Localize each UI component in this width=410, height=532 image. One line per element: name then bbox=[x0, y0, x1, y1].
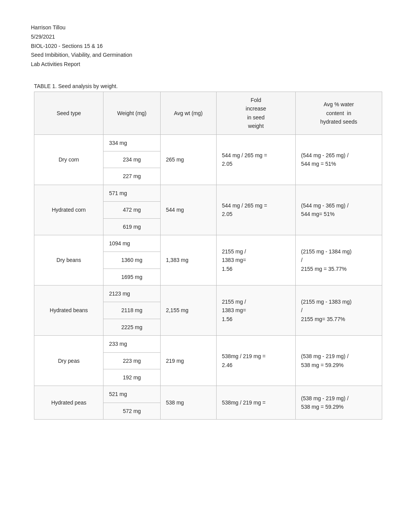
fold-cell: 2155 mg / 1383 mg= 1.56 bbox=[216, 286, 295, 336]
weight-cell: 619 mg bbox=[103, 218, 160, 235]
weight-cell: 521 mg bbox=[103, 386, 160, 403]
table-row: Dry peas233 mg219 mg538mg / 219 mg = 2.4… bbox=[34, 336, 382, 352]
author-name: Harrison Tillou bbox=[31, 23, 379, 32]
weight-cell: 334 mg bbox=[103, 134, 160, 151]
weight-cell: 192 mg bbox=[103, 369, 160, 386]
header-block: Harrison Tillou 5/29/2021 BIOL-1020 - Se… bbox=[31, 23, 379, 69]
weight-cell: 227 mg bbox=[103, 168, 160, 185]
table-row: Hydrated peas521 mg538 mg538mg / 219 mg … bbox=[34, 386, 382, 403]
weight-cell: 234 mg bbox=[103, 151, 160, 168]
seed-type-cell: Dry peas bbox=[34, 336, 103, 386]
seed-type-cell: Dry beans bbox=[34, 235, 103, 285]
weight-cell: 572 mg bbox=[103, 403, 160, 419]
avg-wt-cell: 265 mg bbox=[160, 134, 216, 185]
fold-cell: 544 mg / 265 mg = 2.05 bbox=[216, 185, 295, 235]
date: 5/29/2021 bbox=[31, 32, 379, 42]
water-cell: (2155 mg - 1384 mg) / 2155 mg = 35.77% bbox=[295, 235, 382, 285]
weight-cell: 233 mg bbox=[103, 336, 160, 352]
table-row: Hydrated beans2123 mg2,155 mg2155 mg / 1… bbox=[34, 286, 382, 302]
course: BIOL-1020 - Sections 15 & 16 bbox=[31, 42, 379, 51]
avg-wt-cell: 538 mg bbox=[160, 386, 216, 420]
table-row: Dry beans1094 mg1,383 mg2155 mg / 1383 m… bbox=[34, 235, 382, 252]
avg-wt-cell: 544 mg bbox=[160, 185, 216, 235]
water-cell: (538 mg - 219 mg) / 538 mg = 59.29% bbox=[295, 336, 382, 386]
table-row: Dry corn334 mg265 mg544 mg / 265 mg = 2.… bbox=[34, 134, 382, 151]
seed-analysis-table: Seed type Weight (mg) Avg wt (mg) Foldin… bbox=[34, 92, 382, 420]
weight-cell: 1094 mg bbox=[103, 235, 160, 252]
weight-cell: 2225 mg bbox=[103, 319, 160, 335]
table-title: TABLE 1. Seed analysis by weight. bbox=[31, 83, 379, 89]
weight-cell: 472 mg bbox=[103, 202, 160, 218]
subject: Seed Imbibition, Viability, and Germinat… bbox=[31, 51, 379, 60]
seed-type-cell: Dry corn bbox=[34, 134, 103, 185]
weight-cell: 223 mg bbox=[103, 352, 160, 369]
fold-cell: 2155 mg / 1383 mg= 1.56 bbox=[216, 235, 295, 285]
avg-wt-cell: 2,155 mg bbox=[160, 286, 216, 336]
col-water: Avg % watercontent inhydrated seeds bbox=[295, 92, 382, 134]
col-fold: Foldincreasein seedweight bbox=[216, 92, 295, 134]
seed-type-cell: Hydrated peas bbox=[34, 386, 103, 420]
avg-wt-cell: 219 mg bbox=[160, 336, 216, 386]
report-type: Lab Activities Report bbox=[31, 60, 379, 69]
water-cell: (538 mg - 219 mg) / 538 mg = 59.29% bbox=[295, 386, 382, 420]
col-avg-wt: Avg wt (mg) bbox=[160, 92, 216, 134]
avg-wt-cell: 1,383 mg bbox=[160, 235, 216, 285]
weight-cell: 1360 mg bbox=[103, 252, 160, 269]
col-seed-type: Seed type bbox=[34, 92, 103, 134]
table-row: Hydrated corn571 mg544 mg544 mg / 265 mg… bbox=[34, 185, 382, 201]
seed-type-cell: Hydrated corn bbox=[34, 185, 103, 235]
weight-cell: 2118 mg bbox=[103, 302, 160, 319]
weight-cell: 571 mg bbox=[103, 185, 160, 201]
water-cell: (2155 mg - 1383 mg) / 2155 mg= 35.77% bbox=[295, 286, 382, 336]
weight-cell: 1695 mg bbox=[103, 269, 160, 285]
weight-cell: 2123 mg bbox=[103, 286, 160, 302]
fold-cell: 538mg / 219 mg = 2.46 bbox=[216, 336, 295, 386]
fold-cell: 544 mg / 265 mg = 2.05 bbox=[216, 134, 295, 185]
water-cell: (544 mg - 365 mg) / 544 mg= 51% bbox=[295, 185, 382, 235]
fold-cell: 538mg / 219 mg = bbox=[216, 386, 295, 420]
seed-type-cell: Hydrated beans bbox=[34, 286, 103, 336]
water-cell: (544 mg - 265 mg) / 544 mg = 51% bbox=[295, 134, 382, 185]
col-weight: Weight (mg) bbox=[103, 92, 160, 134]
